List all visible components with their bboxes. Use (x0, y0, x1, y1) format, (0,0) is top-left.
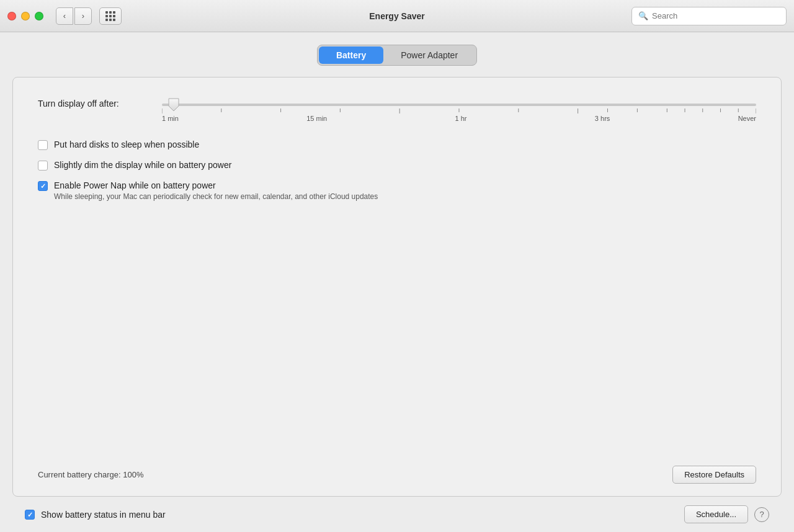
dim-display-text: Slightly dim the display while on batter… (54, 160, 231, 170)
hard-disks-checkbox[interactable] (38, 140, 48, 150)
dim-display-label: Slightly dim the display while on batter… (54, 160, 231, 170)
dim-display-checkbox[interactable] (38, 161, 48, 171)
traffic-lights (7, 12, 43, 20)
hard-disks-label: Put hard disks to sleep when possible (54, 140, 199, 149)
search-bar[interactable]: 🔍 (631, 7, 787, 25)
hard-disks-text: Put hard disks to sleep when possible (54, 140, 199, 149)
maximize-button[interactable] (35, 12, 43, 20)
main-content: Battery Power Adapter Turn display off a… (0, 32, 794, 532)
battery-charge-label: Current battery charge: 100% (38, 470, 144, 479)
power-nap-sublabel: While sleeping, your Mac can periodicall… (54, 192, 378, 201)
slider-wrapper: 1 min 15 min 1 hr 3 hrs Never (162, 96, 756, 122)
slider-section: Turn display off after: (38, 96, 756, 122)
window-title: Energy Saver (369, 11, 425, 21)
power-nap-row: Enable Power Nap while on battery power … (38, 180, 756, 201)
tab-power-adapter[interactable]: Power Adapter (383, 47, 475, 64)
settings-panel: Turn display off after: (12, 77, 782, 497)
titlebar: ‹ › Energy Saver 🔍 (0, 0, 794, 32)
tick-marks-svg (162, 109, 756, 116)
hard-disks-row: Put hard disks to sleep when possible (38, 140, 756, 150)
footer-left: Show battery status in menu bar (25, 509, 166, 520)
power-nap-label: Enable Power Nap while on battery power (54, 180, 378, 190)
show-battery-checkbox[interactable] (25, 510, 35, 520)
help-button[interactable]: ? (754, 507, 769, 522)
restore-defaults-button[interactable]: Restore Defaults (672, 466, 756, 484)
footer-bar: Show battery status in menu bar Schedule… (12, 497, 782, 532)
search-input[interactable] (652, 11, 780, 20)
minimize-button[interactable] (21, 12, 30, 20)
grid-view-button[interactable] (99, 7, 122, 25)
show-battery-label: Show battery status in menu bar (41, 510, 166, 520)
tabs: Battery Power Adapter (317, 45, 477, 66)
search-icon: 🔍 (638, 11, 648, 20)
back-icon: ‹ (63, 11, 66, 20)
back-button[interactable]: ‹ (56, 7, 73, 25)
schedule-button[interactable]: Schedule... (684, 505, 748, 523)
nav-buttons: ‹ › (56, 7, 92, 25)
slider-track[interactable] (162, 104, 756, 106)
forward-icon: › (82, 11, 84, 20)
panel-bottom: Current battery charge: 100% Restore Def… (38, 456, 756, 484)
close-button[interactable] (7, 12, 16, 20)
power-nap-checkbox[interactable] (38, 181, 48, 191)
slider-track-container (162, 96, 756, 113)
footer-right: Schedule... ? (684, 505, 769, 523)
dim-display-row: Slightly dim the display while on batter… (38, 160, 756, 171)
forward-button[interactable]: › (74, 7, 92, 25)
power-nap-text: Enable Power Nap while on battery power … (54, 180, 378, 201)
slider-label: Turn display off after: (38, 96, 162, 109)
tab-battery[interactable]: Battery (319, 47, 383, 64)
grid-icon (105, 11, 115, 21)
tabs-container: Battery Power Adapter (12, 45, 782, 66)
checkbox-section: Put hard disks to sleep when possible Sl… (38, 140, 756, 201)
